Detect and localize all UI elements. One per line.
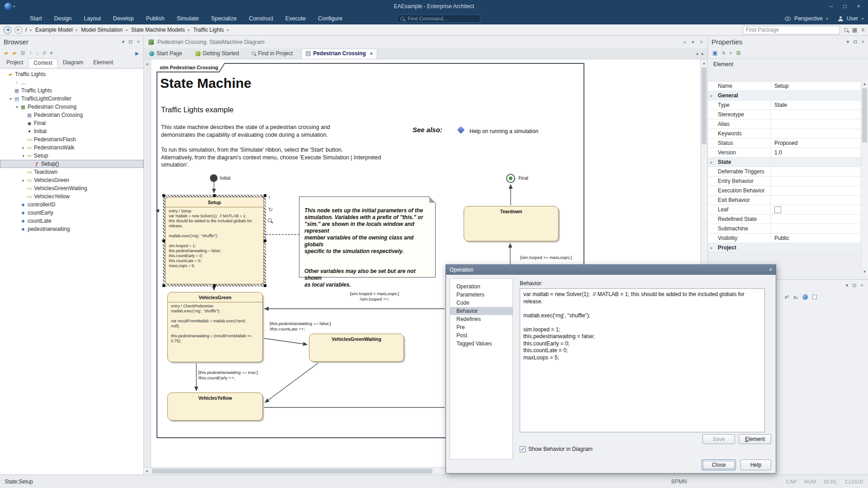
browser-tab[interactable]: Project xyxy=(2,58,28,68)
element-button[interactable]: Element xyxy=(739,434,771,444)
ribbon-tab[interactable]: Configure xyxy=(318,15,342,22)
selection-handle[interactable] xyxy=(213,284,216,287)
pin-icon[interactable]: ⊡ xyxy=(128,39,133,45)
chevron-down-icon[interactable]: ▾ xyxy=(692,39,694,45)
selection-handle[interactable] xyxy=(264,194,266,197)
close-icon[interactable]: × xyxy=(861,282,863,288)
rotate-icon[interactable]: ↻ xyxy=(268,206,273,213)
breadcrumb-item[interactable]: Example Model xyxy=(35,27,73,33)
tree-row[interactable]: ◆ controllerID xyxy=(0,201,143,209)
group-expander-icon[interactable]: ▹ xyxy=(711,246,712,250)
dialog-nav-item[interactable]: Code xyxy=(450,299,512,307)
diagram-paragraph[interactable]: To run this simulation, from the 'Simula… xyxy=(161,146,381,169)
chevron-down-icon[interactable]: ▾ xyxy=(862,17,863,21)
tree-row[interactable]: ▭ VehiclesYellow xyxy=(0,192,143,201)
selection-handle[interactable] xyxy=(162,194,165,197)
diagram-subtitle-text[interactable]: Traffic Lights example xyxy=(161,105,234,114)
tree-row[interactable]: ▸ ▭ PedestriansWalk xyxy=(0,144,143,152)
tree-row[interactable]: ƒ Setup() xyxy=(0,160,143,168)
scroll-up-icon[interactable]: ▲ xyxy=(861,82,868,86)
tree-row[interactable]: ▰ Traffic Lights xyxy=(0,70,143,78)
diagram-title-text[interactable]: State Machine xyxy=(160,76,251,91)
browser-toolbar-icon[interactable]: ▰ xyxy=(12,50,16,56)
tree-row[interactable]: ▦ Traffic Lights xyxy=(0,86,143,95)
property-value[interactable] xyxy=(770,158,861,167)
tree-row[interactable]: ▭ VehiclesGreenWaiting xyxy=(0,184,143,192)
expander-icon[interactable]: ▸ xyxy=(21,178,26,182)
ribbon-tab[interactable]: Construct xyxy=(249,15,273,22)
save-button[interactable]: Save xyxy=(702,434,735,444)
transition-label[interactable]: [sim.looped < maxLoops;] /sim.looped ++; xyxy=(343,291,406,302)
scroll-down-icon[interactable]: ▼ xyxy=(861,270,868,274)
collapsed-toolbox[interactable]: » xyxy=(144,59,151,467)
group-expander-icon[interactable]: ▹ xyxy=(711,160,712,164)
property-value[interactable]: Public xyxy=(770,234,861,243)
browser-toolbar-icon[interactable]: ≡ xyxy=(43,50,46,56)
transition-label[interactable]: [sim.looped >= maxLoops;] xyxy=(520,255,572,260)
grid-icon[interactable]: ▦ xyxy=(852,27,857,33)
breadcrumb-item[interactable]: Model Simulation xyxy=(81,27,123,33)
superscript-icon[interactable]: x² xyxy=(785,294,789,300)
property-value[interactable] xyxy=(770,186,861,195)
panel-menu-icon[interactable]: ▾ xyxy=(846,282,849,288)
browser-tab[interactable]: Context xyxy=(28,58,57,68)
dialog-nav-item[interactable]: Tagged Values xyxy=(450,340,512,348)
close-icon[interactable]: × xyxy=(862,39,864,45)
dialog-close-icon[interactable]: × xyxy=(769,267,772,273)
maximize-button[interactable]: □ xyxy=(838,0,852,13)
tree-row[interactable]: ◆ countEarly xyxy=(0,209,143,217)
help-button[interactable]: Help xyxy=(740,459,771,470)
tree-row[interactable]: ▾ ▤ TrafficLightController xyxy=(0,95,143,103)
find-package-input[interactable]: Find Package xyxy=(743,26,840,34)
property-value[interactable] xyxy=(770,120,861,129)
user-button[interactable]: User xyxy=(847,15,858,22)
pin-icon[interactable]: ⊡ xyxy=(852,282,856,288)
state-setup[interactable]: Setup entry / Setup var matlab = new Sol… xyxy=(165,197,264,284)
breadcrumb-item[interactable]: State Machine Models xyxy=(131,27,185,33)
property-value[interactable] xyxy=(770,91,861,100)
dialog-nav-item[interactable]: Operation xyxy=(450,282,512,291)
selection-handle[interactable] xyxy=(264,239,266,242)
close-icon[interactable]: × xyxy=(137,39,140,45)
dialog-title-bar[interactable]: Operation × xyxy=(446,265,776,275)
expander-icon[interactable]: ▾ xyxy=(14,105,19,109)
property-value[interactable] xyxy=(770,110,861,119)
dialog-nav-item[interactable]: Behavior xyxy=(450,307,512,315)
ribbon-tab[interactable]: Start xyxy=(30,15,42,22)
property-value[interactable] xyxy=(770,177,861,186)
collapse-icon[interactable]: « xyxy=(683,39,686,45)
pin-icon[interactable]: ⊡ xyxy=(853,39,857,45)
minimize-button[interactable]: – xyxy=(825,0,838,13)
expander-icon[interactable]: ▾ xyxy=(21,154,26,158)
state-vehicles-green-waiting[interactable]: VehiclesGreenWaiting xyxy=(309,334,404,362)
ribbon-tab[interactable]: Specialize xyxy=(211,15,237,22)
breadcrumb-item[interactable]: Traffic Lights xyxy=(193,27,224,33)
tree-row[interactable]: ◆ pedestrianwaiting xyxy=(0,225,143,233)
expander-icon[interactable]: ▾ xyxy=(8,97,13,101)
scroll-left-icon[interactable]: ◂ xyxy=(146,469,148,473)
ribbon-tab[interactable]: Develop xyxy=(113,15,134,22)
perspective-button[interactable]: Perspective xyxy=(794,15,823,22)
selection-handle[interactable] xyxy=(264,284,266,287)
property-value[interactable] xyxy=(770,167,861,176)
behavior-code-editor[interactable]: var matlab = new Solver(1); // MATLAB = … xyxy=(520,288,765,432)
app-logo-icon[interactable] xyxy=(5,3,12,10)
property-value[interactable]: Setup xyxy=(770,81,861,91)
note-element[interactable]: This node sets up the initial parameters… xyxy=(299,196,436,277)
document-tab[interactable]: Getting Started xyxy=(191,48,248,59)
group-expander-icon[interactable]: ▹ xyxy=(711,94,712,98)
quicklink-left-icon[interactable]: ◀ xyxy=(156,208,159,213)
hamburger-icon[interactable]: ≡ xyxy=(722,50,725,56)
ribbon-tab[interactable]: Simulate xyxy=(177,15,199,22)
state-vehicles-green[interactable]: VehiclesGreen entry / CheckPedestrian ma… xyxy=(167,292,263,362)
tab-close-icon[interactable]: × xyxy=(370,51,373,56)
dialog-nav-item[interactable]: Post xyxy=(450,331,512,340)
dialog-nav-item[interactable]: Pre xyxy=(450,323,512,331)
state-vehicles-yellow[interactable]: VehiclesYellow xyxy=(167,392,263,421)
ribbon-tab[interactable]: Design xyxy=(54,15,71,22)
property-value[interactable] xyxy=(770,243,861,252)
breadcrumb-root[interactable]: / xyxy=(25,27,27,33)
expand-arrow-icon[interactable]: ▸ xyxy=(135,49,139,57)
property-value[interactable] xyxy=(770,196,861,205)
tab-scroll-right-icon[interactable]: ▸ xyxy=(702,51,704,56)
